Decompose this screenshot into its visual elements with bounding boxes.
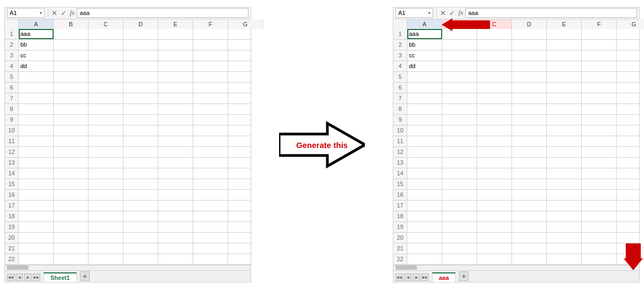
cell[interactable] <box>617 125 639 136</box>
left-add-sheet-button[interactable]: + <box>80 271 90 281</box>
cell[interactable] <box>89 125 123 136</box>
cell[interactable] <box>582 211 617 221</box>
cell[interactable] <box>547 222 582 232</box>
cell[interactable] <box>54 104 89 114</box>
cell[interactable]: aaa <box>19 29 54 39</box>
cell[interactable] <box>54 50 89 61</box>
right-col-header-d[interactable]: D <box>512 19 547 29</box>
right-sheet-tab-aaa[interactable]: aaa <box>432 272 456 282</box>
cell[interactable]: dd <box>407 61 442 71</box>
left-col-header-c[interactable]: C <box>89 19 123 29</box>
cell[interactable] <box>89 158 123 168</box>
cell[interactable] <box>617 147 639 157</box>
cell[interactable] <box>477 158 512 168</box>
left-confirm-icon[interactable]: ✓ <box>61 9 67 17</box>
cell[interactable] <box>582 125 617 136</box>
cell[interactable] <box>158 104 193 114</box>
cell[interactable] <box>158 190 193 200</box>
cell[interactable] <box>512 83 547 93</box>
cell[interactable] <box>19 93 54 103</box>
cell[interactable] <box>193 222 228 232</box>
left-col-header-a[interactable]: A <box>19 19 54 29</box>
cell[interactable] <box>582 61 617 71</box>
cell[interactable] <box>89 233 123 243</box>
cell[interactable] <box>582 254 617 264</box>
cell[interactable] <box>442 61 477 71</box>
cell[interactable] <box>123 50 158 61</box>
cell[interactable] <box>123 136 158 146</box>
cell[interactable] <box>158 233 193 243</box>
cell[interactable] <box>228 147 251 157</box>
cell[interactable] <box>442 243 477 254</box>
cell[interactable] <box>407 190 442 200</box>
cell[interactable] <box>158 61 193 71</box>
cell[interactable] <box>617 168 639 179</box>
cell[interactable] <box>228 40 251 50</box>
cell[interactable] <box>442 104 477 114</box>
cell[interactable] <box>54 136 89 146</box>
cell[interactable] <box>228 83 251 93</box>
left-scrollbar-thumb[interactable] <box>7 265 28 270</box>
cell[interactable] <box>228 93 251 103</box>
cell[interactable] <box>547 158 582 168</box>
cell[interactable] <box>547 190 582 200</box>
left-col-header-f[interactable]: F <box>193 19 228 29</box>
cell[interactable]: cc <box>19 50 54 61</box>
cell[interactable] <box>123 158 158 168</box>
cell[interactable] <box>193 168 228 179</box>
cell[interactable] <box>54 222 89 232</box>
cell[interactable] <box>54 179 89 189</box>
cell[interactable] <box>193 125 228 136</box>
cell[interactable] <box>123 40 158 50</box>
cell[interactable] <box>19 190 54 200</box>
cell[interactable] <box>617 201 639 211</box>
cell[interactable] <box>407 147 442 157</box>
cell[interactable] <box>89 115 123 125</box>
cell[interactable] <box>89 136 123 146</box>
right-col-header-a[interactable]: A <box>407 19 442 29</box>
cell[interactable] <box>54 254 89 264</box>
cell[interactable] <box>19 104 54 114</box>
right-nav-first[interactable]: ◂◂ <box>396 273 403 281</box>
cell[interactable] <box>54 61 89 71</box>
cell[interactable] <box>512 125 547 136</box>
cell[interactable] <box>512 29 547 39</box>
cell[interactable] <box>512 168 547 179</box>
right-confirm-icon[interactable]: ✓ <box>449 9 455 17</box>
cell[interactable] <box>407 93 442 103</box>
cell[interactable] <box>477 222 512 232</box>
cell[interactable] <box>19 72 54 82</box>
cell[interactable] <box>582 115 617 125</box>
cell[interactable] <box>477 168 512 179</box>
cell[interactable] <box>547 83 582 93</box>
cell[interactable] <box>193 211 228 221</box>
cell[interactable] <box>407 104 442 114</box>
cell[interactable] <box>228 201 251 211</box>
cell[interactable] <box>54 201 89 211</box>
cell[interactable] <box>582 147 617 157</box>
cell[interactable] <box>123 243 158 254</box>
cell[interactable] <box>547 243 582 254</box>
cell[interactable] <box>407 201 442 211</box>
cell[interactable] <box>617 93 639 103</box>
cell[interactable] <box>193 93 228 103</box>
cell[interactable] <box>228 168 251 179</box>
cell[interactable] <box>582 50 617 61</box>
cell[interactable] <box>477 201 512 211</box>
left-col-header-b[interactable]: B <box>54 19 89 29</box>
cell[interactable] <box>54 83 89 93</box>
cell[interactable] <box>54 93 89 103</box>
cell[interactable] <box>512 243 547 254</box>
cell[interactable] <box>547 115 582 125</box>
cell[interactable] <box>442 147 477 157</box>
cell[interactable] <box>123 222 158 232</box>
cell[interactable] <box>407 179 442 189</box>
cell[interactable] <box>89 93 123 103</box>
cell[interactable] <box>582 93 617 103</box>
left-name-box[interactable]: A1 ▾ <box>7 8 45 18</box>
right-col-header-e[interactable]: E <box>547 19 582 29</box>
cell[interactable] <box>89 211 123 221</box>
cell[interactable] <box>547 61 582 71</box>
cell[interactable] <box>442 222 477 232</box>
cell[interactable] <box>123 211 158 221</box>
